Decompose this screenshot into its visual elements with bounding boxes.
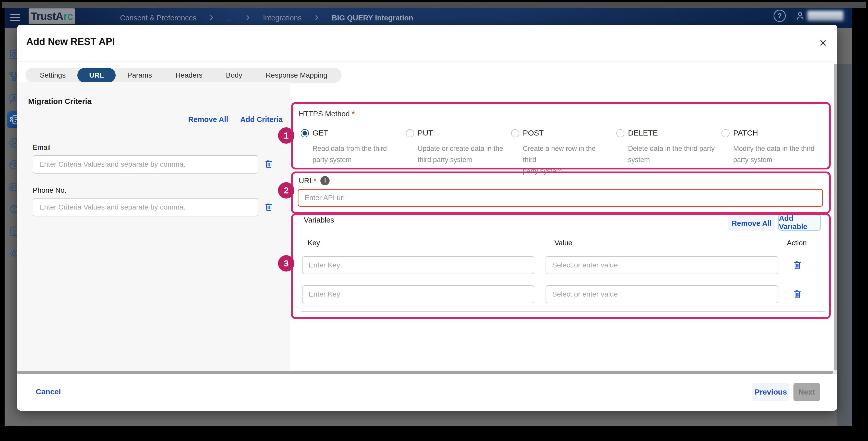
- tab-response-mapping[interactable]: Response Mapping: [254, 68, 339, 83]
- email-criteria-input[interactable]: [33, 155, 258, 174]
- breadcrumb-item[interactable]: Consent & Preferences: [120, 14, 196, 22]
- screen: TrustArc Consent & Preferences › ... › I…: [0, 0, 868, 441]
- person-icon: [795, 11, 805, 21]
- modal-title: Add New REST API: [26, 36, 115, 47]
- help-button[interactable]: ?: [771, 8, 789, 23]
- callout-badge-2: 2: [278, 182, 294, 198]
- radio-unselected-icon[interactable]: [616, 129, 624, 137]
- callout-badge-1: 1: [278, 127, 294, 144]
- user-menu[interactable]: [793, 8, 848, 23]
- variables-title: Variables: [304, 216, 334, 224]
- option-description: Create a new row in the thirdparty syste…: [523, 143, 610, 177]
- migration-criteria-panel: [17, 82, 290, 371]
- chevron-right-icon: ›: [210, 11, 213, 22]
- option-description: Read data from the thirdparty system: [312, 143, 387, 165]
- column-header-value: Value: [555, 239, 572, 247]
- add-variable-button[interactable]: Add Variable: [778, 214, 821, 231]
- hamburger-menu-icon[interactable]: [10, 14, 20, 22]
- delete-variable-icon[interactable]: [793, 260, 802, 270]
- email-field-label: Email: [33, 144, 51, 152]
- tab-params[interactable]: Params: [116, 68, 164, 83]
- trustarc-logo[interactable]: TrustArc: [29, 8, 75, 24]
- logo-text: TrustA: [31, 10, 63, 23]
- required-asterisk: *: [313, 177, 316, 185]
- variable-key-input[interactable]: [302, 256, 534, 274]
- criteria-remove-all-link[interactable]: Remove All: [188, 115, 228, 124]
- horizontal-scrollbar-thumb[interactable]: [17, 371, 833, 374]
- callout-badge-3: 3: [278, 255, 294, 272]
- tab-headers[interactable]: Headers: [164, 68, 214, 83]
- page-section-shadow: [837, 64, 852, 426]
- question-mark-icon: ?: [774, 10, 786, 22]
- chevron-right-icon: ›: [246, 11, 250, 22]
- option-description: Update or create data in thethird party …: [418, 143, 503, 165]
- vertical-scrollbar-thumb[interactable]: [834, 64, 837, 371]
- previous-button[interactable]: Previous: [752, 383, 789, 401]
- modal-footer: [17, 374, 837, 411]
- phone-field-label: Phone No.: [33, 186, 66, 194]
- breadcrumb-item[interactable]: ...: [227, 14, 233, 22]
- row-divider: [301, 283, 825, 283]
- title-divider: [17, 62, 837, 62]
- column-header-action: Action: [787, 239, 807, 247]
- variable-value-input[interactable]: [546, 285, 778, 303]
- close-icon[interactable]: ✕: [819, 38, 827, 48]
- variables-remove-all-button[interactable]: Remove All: [728, 216, 775, 231]
- cancel-link[interactable]: Cancel: [36, 387, 61, 396]
- breadcrumb-current: BIG QUERY Integration: [332, 14, 413, 22]
- window-top-strip: [2, 2, 866, 8]
- column-header-key: Key: [308, 239, 320, 247]
- migration-criteria-title: Migration Criteria: [28, 97, 91, 106]
- username-redacted: [807, 11, 843, 21]
- tab-body[interactable]: Body: [214, 68, 254, 83]
- option-description: Delete data in the third partysystem: [628, 143, 715, 165]
- breadcrumb-item[interactable]: Integrations: [263, 14, 302, 22]
- chevron-right-icon: ›: [315, 11, 319, 22]
- https-method-label: HTTPS Method *: [299, 110, 354, 118]
- tab-url[interactable]: URL: [78, 68, 116, 83]
- modal-tabbar: Settings URL Params Headers Body Respons…: [26, 68, 342, 83]
- row-divider: [301, 311, 825, 312]
- delete-email-criteria-icon[interactable]: [264, 159, 273, 169]
- phone-criteria-input[interactable]: [33, 198, 258, 216]
- option-description: Modify the data in the thirdparty system: [733, 143, 814, 165]
- delete-phone-criteria-icon[interactable]: [264, 201, 273, 212]
- radio-selected-icon[interactable]: [301, 129, 309, 137]
- add-criteria-link[interactable]: Add Criteria: [240, 115, 283, 124]
- required-asterisk: *: [352, 110, 354, 118]
- next-button-disabled[interactable]: Next: [794, 383, 820, 401]
- radio-unselected-icon[interactable]: [406, 129, 414, 137]
- delete-variable-icon[interactable]: [793, 289, 802, 299]
- variable-key-input[interactable]: [302, 285, 534, 303]
- info-icon[interactable]: i: [320, 176, 330, 185]
- tab-settings[interactable]: Settings: [28, 68, 78, 83]
- radio-unselected-icon[interactable]: [511, 129, 519, 137]
- api-url-input[interactable]: [298, 189, 823, 207]
- variable-value-input[interactable]: [546, 256, 778, 274]
- url-field-label: URL* i: [299, 176, 330, 185]
- radio-unselected-icon[interactable]: [721, 129, 730, 137]
